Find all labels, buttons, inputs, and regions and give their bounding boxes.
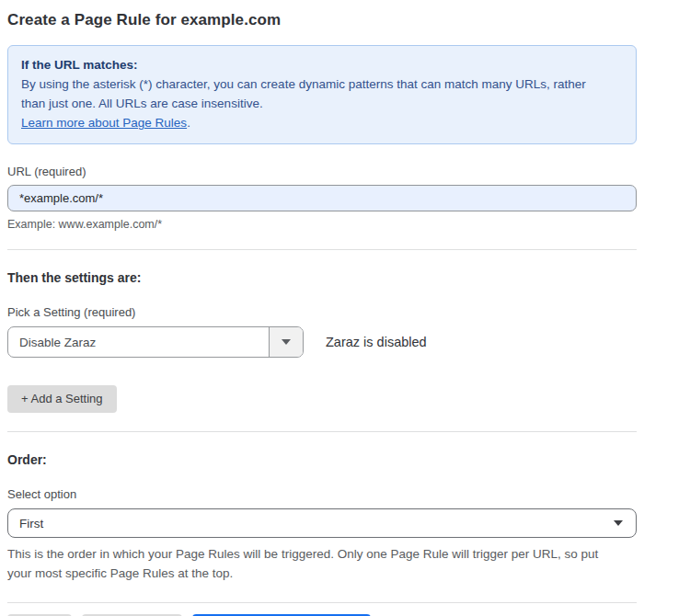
setting-picker-label: Pick a Setting (required) <box>7 305 637 319</box>
setting-dropdown-value: Disable Zaraz <box>8 327 269 357</box>
settings-section-heading: Then the settings are: <box>7 270 637 285</box>
setting-dropdown-toggle[interactable] <box>269 327 303 357</box>
divider <box>7 249 637 250</box>
setting-status-text: Zaraz is disabled <box>326 335 427 349</box>
order-select-value: First <box>19 517 43 530</box>
chevron-down-icon <box>282 339 291 345</box>
setting-dropdown[interactable]: Disable Zaraz <box>7 326 304 358</box>
add-setting-button[interactable]: + Add a Setting <box>7 385 117 413</box>
url-field-label: URL (required) <box>7 165 637 178</box>
page-rule-form: Create a Page Rule for example.com If th… <box>7 0 637 616</box>
order-helper-text: This is the order in which your Page Rul… <box>7 544 624 583</box>
learn-more-link[interactable]: Learn more about Page Rules <box>21 116 187 130</box>
order-section-heading: Order: <box>7 452 637 467</box>
divider <box>7 431 637 432</box>
url-match-info-box: If the URL matches: By using the asteris… <box>7 45 637 144</box>
info-box-link-line: Learn more about Page Rules. <box>21 113 610 132</box>
divider <box>7 602 637 603</box>
page-title: Create a Page Rule for example.com <box>7 11 637 29</box>
url-example-helper: Example: www.example.com/* <box>7 218 637 231</box>
info-box-body: By using the asterisk (*) character, you… <box>21 74 610 113</box>
info-box-heading: If the URL matches: <box>21 55 623 74</box>
order-select-label: Select option <box>7 487 637 501</box>
link-suffix: . <box>187 116 190 130</box>
setting-picker-row: Disable Zaraz Zaraz is disabled <box>7 326 637 358</box>
chevron-down-icon <box>614 520 623 526</box>
url-input[interactable] <box>7 185 637 211</box>
order-select[interactable]: First <box>7 508 637 538</box>
